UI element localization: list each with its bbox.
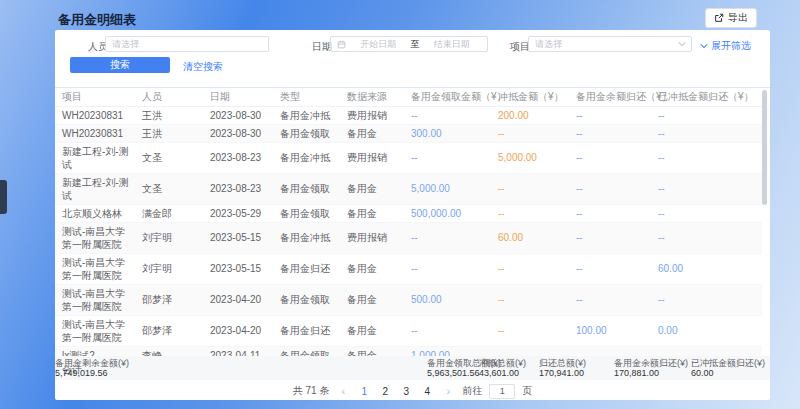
cell-date: 2023-04-20: [203, 315, 273, 346]
header-cell: 类型: [273, 88, 340, 106]
cell-type: 备用金领取: [273, 173, 340, 204]
cell-received-amount: --: [404, 106, 491, 124]
cell-received-amount: --: [404, 222, 491, 253]
cell-date: 2023-04-11: [203, 346, 273, 356]
cell-date: 2023-08-30: [203, 124, 273, 142]
cell-person: 王洪: [135, 124, 203, 142]
filter-bar: 人员 日期 开始日期 至 结束日期 项目: [55, 30, 770, 82]
cell-balance-returned: --: [569, 284, 651, 315]
drawer-handle[interactable]: [0, 180, 7, 214]
project-select[interactable]: [528, 36, 692, 52]
cell-source: 备用金: [340, 124, 404, 142]
cell-offset-returned: 0.00: [651, 315, 762, 346]
cell-date: 2023-08-23: [203, 173, 273, 204]
table-row: 新建工程-刘-测试 文圣 2023-08-23 备用金领取 备用金 5,000.…: [55, 173, 762, 204]
expand-filters-link[interactable]: 展开筛选: [700, 39, 751, 53]
table-scrollbar[interactable]: [762, 90, 767, 205]
table-row: lx测试2 李峥 2023-04-11 备用金领取 备用金 1,000.00 -…: [55, 346, 762, 356]
cell-offset-amount: --: [491, 204, 569, 222]
cell-offset-returned: --: [651, 106, 762, 124]
cell-balance-returned: --: [569, 142, 651, 173]
cell-type: 备用金领取: [273, 284, 340, 315]
cell-person: 文圣: [135, 142, 203, 173]
cell-date: 2023-08-30: [203, 106, 273, 124]
summary-item: 备用金剩余金额(¥) 5,749,019.56: [55, 358, 129, 378]
summary-item-value: 5,749,019.56: [55, 368, 129, 378]
goto-page-input[interactable]: [489, 384, 515, 399]
cell-offset-amount: --: [491, 253, 569, 284]
cell-project: 测试-南昌大学第一附属医院: [55, 222, 135, 253]
summary-item-value: 43,601.00: [479, 368, 526, 378]
page-button[interactable]: 2: [378, 386, 392, 397]
summary-row: 合计 备用金领取总额(¥) 5,963,501.56 冲抵总额(¥) 43,60…: [55, 356, 770, 380]
prev-page-button[interactable]: ‹: [336, 385, 350, 397]
date-range-picker[interactable]: 开始日期 至 结束日期: [330, 36, 488, 52]
cell-balance-returned: --: [569, 173, 651, 204]
cell-type: 备用金归还: [273, 253, 340, 284]
cell-balance-returned: --: [569, 204, 651, 222]
expand-filters-label: 展开筛选: [711, 39, 751, 53]
cell-project: lx测试2: [55, 346, 135, 356]
cell-type: 备用金领取: [273, 124, 340, 142]
project-filter-label: 项目: [510, 40, 530, 54]
person-select-input[interactable]: [105, 36, 269, 52]
cell-offset-returned: --: [651, 222, 762, 253]
table-row: 北京顺义格林 满金郎 2023-05-29 备用金领取 备用金 500,000.…: [55, 204, 762, 222]
cell-balance-returned: --: [569, 106, 651, 124]
cell-balance-returned: --: [569, 222, 651, 253]
cell-type: 备用金冲抵: [273, 106, 340, 124]
export-label: 导出: [728, 11, 748, 25]
cell-type: 备用金归还: [273, 315, 340, 346]
data-table-container: 项目人员日期类型数据来源备用金领取金额（¥）冲抵金额（¥）备用金余额归还（¥）已…: [55, 88, 763, 356]
cell-received-amount: --: [404, 253, 491, 284]
header-cell: 数据来源: [340, 88, 404, 106]
summary-item-value: 170,881.00: [614, 368, 688, 378]
summary-item-label: 归还总额(¥): [539, 358, 586, 368]
page-unit-label: 页: [522, 384, 532, 398]
cell-balance-returned: --: [569, 346, 651, 356]
cell-source: 备用金: [340, 253, 404, 284]
header-cell: 项目: [55, 88, 135, 106]
cell-offset-returned: 60.00: [651, 253, 762, 284]
page-button[interactable]: 1: [357, 386, 371, 397]
cell-person: 李峥: [135, 346, 203, 356]
cell-type: 备用金冲抵: [273, 222, 340, 253]
header-cell: 备用金领取金额（¥）: [404, 88, 491, 106]
search-button[interactable]: 搜索: [70, 57, 170, 73]
export-button[interactable]: 导出: [705, 8, 757, 28]
cell-received-amount: 500.00: [404, 284, 491, 315]
cell-offset-amount: --: [491, 284, 569, 315]
cell-type: 备用金领取: [273, 204, 340, 222]
table-row: 测试-南昌大学第一附属医院 刘宇明 2023-05-15 备用金归还 备用金 -…: [55, 253, 762, 284]
cell-balance-returned: 100.00: [569, 315, 651, 346]
pagination: 共 71 条 ‹ 1234 › 前往 页: [55, 381, 770, 400]
cell-offset-returned: --: [651, 346, 762, 356]
cell-offset-returned: --: [651, 124, 762, 142]
goto-label: 前往: [462, 384, 482, 398]
page-button-group: 1234: [357, 386, 434, 397]
cell-offset-returned: --: [651, 142, 762, 173]
header-cell: 日期: [203, 88, 273, 106]
table-row: 测试-南昌大学第一附属医院 邵梦泽 2023-04-20 备用金归还 备用金 -…: [55, 315, 762, 346]
summary-item: 归还总额(¥) 170,941.00: [539, 358, 586, 378]
cell-project: WH20230831: [55, 124, 135, 142]
summary-item-label: 备用金剩余金额(¥): [55, 358, 129, 368]
summary-item: 备用金余额归还(¥) 170,881.00: [614, 358, 688, 378]
table-row: 新建工程-刘-测试 文圣 2023-08-23 备用金冲抵 费用报销 -- 5,…: [55, 142, 762, 173]
cell-source: 备用金: [340, 284, 404, 315]
cell-source: 备用金: [340, 315, 404, 346]
table-row: WH20230831 王洪 2023-08-30 备用金领取 备用金 300.0…: [55, 124, 762, 142]
chevron-down-icon: [678, 41, 686, 47]
cell-project: WH20230831: [55, 106, 135, 124]
next-page-button[interactable]: ›: [441, 385, 455, 397]
summary-item-value: 170,941.00: [539, 368, 586, 378]
clear-search-button[interactable]: 清空搜索: [183, 60, 223, 74]
page-button[interactable]: 4: [420, 386, 434, 397]
page-button[interactable]: 3: [399, 386, 413, 397]
cell-balance-returned: --: [569, 253, 651, 284]
main-panel: 人员 日期 开始日期 至 结束日期 项目: [55, 30, 770, 400]
cell-offset-returned: --: [651, 173, 762, 204]
cell-offset-amount: --: [491, 346, 569, 356]
date-separator: 至: [411, 38, 420, 51]
cell-project: 测试-南昌大学第一附属医院: [55, 315, 135, 346]
